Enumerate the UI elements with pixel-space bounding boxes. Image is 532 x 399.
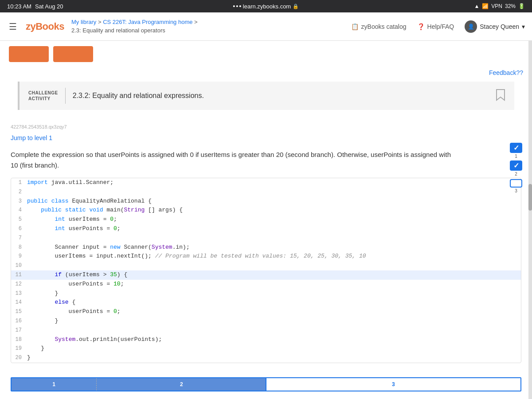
status-bar-left: 10:23 AM Sat Aug 20 — [7, 3, 63, 10]
challenge-activity-header: CHALLENGE ACTIVITY 2.3.2: Equality and r… — [18, 82, 514, 110]
navbar-left: ☰ zyBooks My library > CS 226T: Java Pro… — [7, 18, 351, 34]
top-buttons-area — [0, 41, 532, 69]
wifi-icon: 📶 — [482, 3, 489, 9]
hamburger-menu-button[interactable]: ☰ — [7, 20, 19, 34]
status-bar-center: learn.zybooks.com 🔒 — [233, 3, 299, 10]
user-menu[interactable]: 👤 Stacey Queen ▾ — [465, 20, 525, 33]
progress-bar: 1 2 3 — [11, 377, 521, 391]
level-1-check: ✓ — [510, 143, 522, 153]
code-line-18: 18 System.out.println(userPoints); — [11, 335, 521, 344]
code-line-1: 1 import java.util.Scanner; — [11, 178, 521, 188]
code-line-10: 10 — [11, 261, 521, 270]
avatar: 👤 — [465, 20, 477, 33]
code-line-7: 7 — [11, 234, 521, 243]
prev-button-placeholder[interactable] — [9, 46, 49, 62]
code-line-4: 4 public static void main(String [] args… — [11, 206, 521, 215]
breadcrumb-sep1: > — [98, 19, 103, 25]
code-line-17: 17 — [11, 326, 521, 335]
code-line-20: 20 } — [11, 353, 521, 363]
code-line-15: 15 userPoints = 0; — [11, 307, 521, 317]
challenge-title: 2.3.2: Equality and relational expressio… — [73, 92, 204, 100]
level-indicators: ✓ 1 ✓ 2 3 — [509, 144, 523, 193]
breadcrumb-current: 2.3: Equality and relational operators — [71, 27, 165, 34]
feedback-link[interactable]: Feedback? — [489, 69, 523, 76]
code-line-12: 12 userPoints = 10; — [11, 280, 521, 289]
code-line-3: 3 public class EqualityAndRelational { — [11, 197, 521, 206]
checkmark-icon-2: ✓ — [513, 161, 519, 170]
user-name: Stacey Queen — [480, 23, 519, 30]
signal-icon: ▲ — [474, 3, 479, 9]
navbar-right: 📋 zyBooks catalog ❓ Help/FAQ 👤 Stacey Qu… — [351, 20, 525, 33]
status-bar-right: ▲ 📶 VPN 32% 🔋 — [474, 3, 525, 9]
lock-icon: 🔒 — [293, 4, 299, 9]
level-badge-2[interactable]: ✓ 2 — [509, 161, 523, 176]
level-3-empty — [510, 179, 522, 188]
code-line-6: 6 int userPoints = 0; — [11, 224, 521, 234]
date-display: Sat Aug 20 — [35, 3, 63, 10]
code-line-8: 8 Scanner input = new Scanner(System.in)… — [11, 243, 521, 252]
code-line-2: 2 — [11, 188, 521, 197]
level-1-num: 1 — [515, 154, 517, 159]
code-line-16: 16 } — [11, 317, 521, 326]
activity-content: ✓ 1 ✓ 2 3 422784.2543518.qx3zqy7 Jump to… — [0, 117, 532, 377]
activity-description: Complete the expression so that userPoin… — [11, 149, 454, 171]
progress-section-3[interactable]: 3 — [266, 377, 522, 391]
level-badge-3[interactable]: 3 — [509, 179, 523, 193]
battery-icon: 🔋 — [518, 3, 525, 9]
breadcrumb-my-library[interactable]: My library — [71, 19, 96, 25]
avatar-icon: 👤 — [468, 23, 474, 30]
code-line-13: 13 } — [11, 289, 521, 298]
battery-display: 32% — [505, 3, 516, 9]
catalog-label: zyBooks catalog — [361, 23, 407, 30]
activity-id: 422784.2543518.qx3zqy7 — [11, 124, 521, 129]
level-3-num: 3 — [515, 188, 517, 193]
code-line-19: 19 } — [11, 344, 521, 353]
code-line-14: 14 else { — [11, 298, 521, 307]
dots-icon — [233, 5, 241, 7]
breadcrumb-course-home[interactable]: CS 226T: Java Programming home — [103, 19, 192, 25]
bookmark-icon[interactable] — [496, 89, 505, 103]
catalog-icon: 📋 — [351, 23, 359, 30]
catalog-link[interactable]: 📋 zyBooks catalog — [351, 23, 407, 30]
code-line-5: 5 int userItems = 0; — [11, 215, 521, 224]
vpn-label: VPN — [491, 3, 502, 9]
navbar: ☰ zyBooks My library > CS 226T: Java Pro… — [0, 12, 532, 41]
help-icon: ❓ — [417, 23, 425, 30]
code-line-11: 11 if (userItems > 35) { — [11, 270, 521, 280]
chevron-down-icon: ▾ — [522, 23, 525, 30]
code-line-9: 9 userItems = input.nextInt(); // Progra… — [11, 252, 521, 261]
progress-section-1[interactable]: 1 — [12, 378, 96, 391]
scrollbar-thumb[interactable] — [528, 184, 532, 211]
breadcrumb: My library > CS 226T: Java Programming h… — [71, 18, 198, 34]
level-2-num: 2 — [515, 172, 517, 176]
level-2-check: ✓ — [510, 160, 522, 171]
help-link[interactable]: ❓ Help/FAQ — [417, 23, 454, 30]
help-label: Help/FAQ — [427, 23, 454, 30]
next-button-placeholder[interactable] — [53, 46, 93, 62]
code-editor[interactable]: 1 import java.util.Scanner; 2 3 public c… — [11, 178, 521, 363]
breadcrumb-sep2: > — [194, 19, 198, 25]
checkmark-icon: ✓ — [513, 144, 519, 152]
jump-to-level-link[interactable]: Jump to level 1 — [11, 134, 52, 141]
challenge-label: CHALLENGE ACTIVITY — [28, 90, 58, 102]
scrollbar[interactable] — [528, 41, 532, 399]
feedback-row: Feedback? — [0, 69, 532, 82]
challenge-divider — [65, 88, 66, 104]
main-content: Feedback? CHALLENGE ACTIVITY 2.3.2: Equa… — [0, 41, 532, 399]
progress-section-2[interactable]: 2 — [96, 378, 266, 391]
zybooks-logo[interactable]: zyBooks — [26, 21, 64, 32]
level-badge-1[interactable]: ✓ 1 — [509, 144, 523, 158]
time-display: 10:23 AM — [7, 3, 31, 10]
status-bar: 10:23 AM Sat Aug 20 learn.zybooks.com 🔒 … — [0, 0, 532, 12]
url-display: learn.zybooks.com — [243, 3, 291, 10]
